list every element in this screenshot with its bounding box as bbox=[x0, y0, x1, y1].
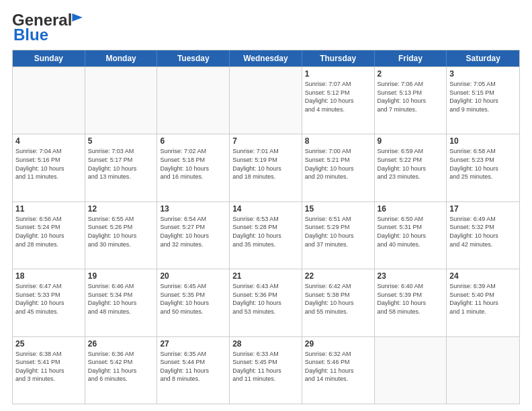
calendar-day-14: 14Sunrise: 6:53 AM Sunset: 5:28 PM Dayli… bbox=[230, 202, 302, 269]
day-info: Sunrise: 6:35 AM Sunset: 5:44 PM Dayligh… bbox=[160, 350, 226, 383]
day-number: 26 bbox=[88, 339, 154, 349]
day-info: Sunrise: 6:47 AM Sunset: 5:33 PM Dayligh… bbox=[15, 282, 82, 316]
day-info: Sunrise: 6:40 AM Sunset: 5:39 PM Dayligh… bbox=[378, 282, 444, 316]
day-info: Sunrise: 6:54 AM Sunset: 5:27 PM Dayligh… bbox=[160, 215, 226, 248]
day-number: 7 bbox=[232, 136, 299, 146]
calendar-day-13: 13Sunrise: 6:54 AM Sunset: 5:27 PM Dayli… bbox=[157, 202, 230, 269]
logo-arrow-icon bbox=[72, 13, 84, 21]
calendar-empty-cell bbox=[375, 337, 447, 404]
day-number: 13 bbox=[160, 204, 226, 214]
calendar-day-25: 25Sunrise: 6:38 AM Sunset: 5:41 PM Dayli… bbox=[13, 337, 85, 404]
day-info: Sunrise: 6:49 AM Sunset: 5:32 PM Dayligh… bbox=[449, 215, 517, 248]
day-number: 11 bbox=[15, 204, 82, 214]
calendar-day-23: 23Sunrise: 6:40 AM Sunset: 5:39 PM Dayli… bbox=[375, 269, 447, 336]
calendar: SundayMondayTuesdayWednesdayThursdayFrid… bbox=[12, 50, 520, 404]
day-info: Sunrise: 6:59 AM Sunset: 5:22 PM Dayligh… bbox=[378, 147, 444, 181]
day-number: 20 bbox=[160, 271, 226, 281]
day-number: 3 bbox=[449, 69, 517, 79]
calendar-week-1: 1Sunrise: 7:07 AM Sunset: 5:12 PM Daylig… bbox=[13, 66, 519, 134]
day-info: Sunrise: 6:42 AM Sunset: 5:38 PM Dayligh… bbox=[305, 282, 371, 316]
day-info: Sunrise: 7:03 AM Sunset: 5:17 PM Dayligh… bbox=[88, 147, 154, 181]
day-number: 24 bbox=[449, 271, 517, 281]
calendar-day-10: 10Sunrise: 6:58 AM Sunset: 5:23 PM Dayli… bbox=[447, 134, 519, 201]
calendar-day-15: 15Sunrise: 6:51 AM Sunset: 5:29 PM Dayli… bbox=[302, 202, 375, 269]
calendar-day-27: 27Sunrise: 6:35 AM Sunset: 5:44 PM Dayli… bbox=[157, 337, 230, 404]
day-info: Sunrise: 6:56 AM Sunset: 5:24 PM Dayligh… bbox=[15, 215, 82, 248]
logo-blue: Blue bbox=[13, 26, 48, 44]
calendar-day-7: 7Sunrise: 7:01 AM Sunset: 5:19 PM Daylig… bbox=[230, 134, 302, 201]
day-info: Sunrise: 7:04 AM Sunset: 5:16 PM Dayligh… bbox=[15, 147, 82, 181]
day-number: 18 bbox=[15, 271, 82, 281]
day-info: Sunrise: 6:53 AM Sunset: 5:28 PM Dayligh… bbox=[232, 215, 299, 248]
calendar-day-20: 20Sunrise: 6:45 AM Sunset: 5:35 PM Dayli… bbox=[157, 269, 230, 336]
calendar-day-11: 11Sunrise: 6:56 AM Sunset: 5:24 PM Dayli… bbox=[13, 202, 85, 269]
calendar-day-22: 22Sunrise: 6:42 AM Sunset: 5:38 PM Dayli… bbox=[302, 269, 375, 336]
calendar-week-2: 4Sunrise: 7:04 AM Sunset: 5:16 PM Daylig… bbox=[13, 134, 519, 201]
day-of-week-thursday: Thursday bbox=[302, 50, 375, 66]
day-number: 21 bbox=[232, 271, 299, 281]
day-number: 23 bbox=[378, 271, 444, 281]
calendar-week-3: 11Sunrise: 6:56 AM Sunset: 5:24 PM Dayli… bbox=[13, 201, 519, 269]
day-of-week-monday: Monday bbox=[85, 50, 158, 66]
day-info: Sunrise: 6:43 AM Sunset: 5:36 PM Dayligh… bbox=[232, 282, 299, 316]
day-number: 2 bbox=[378, 69, 444, 79]
calendar-empty-cell bbox=[230, 67, 302, 134]
day-of-week-friday: Friday bbox=[375, 50, 447, 66]
day-info: Sunrise: 7:01 AM Sunset: 5:19 PM Dayligh… bbox=[232, 147, 299, 181]
day-number: 28 bbox=[232, 339, 299, 349]
day-number: 17 bbox=[449, 204, 517, 214]
calendar-day-26: 26Sunrise: 6:36 AM Sunset: 5:42 PM Dayli… bbox=[85, 337, 158, 404]
day-number: 25 bbox=[15, 339, 82, 349]
header: General Blue bbox=[12, 11, 520, 44]
day-info: Sunrise: 6:50 AM Sunset: 5:31 PM Dayligh… bbox=[378, 215, 444, 248]
day-info: Sunrise: 7:05 AM Sunset: 5:15 PM Dayligh… bbox=[449, 80, 517, 113]
day-number: 4 bbox=[15, 136, 82, 146]
calendar-day-3: 3Sunrise: 7:05 AM Sunset: 5:15 PM Daylig… bbox=[447, 67, 519, 134]
day-of-week-tuesday: Tuesday bbox=[157, 50, 230, 66]
calendar-empty-cell bbox=[157, 67, 230, 134]
logo: General Blue bbox=[12, 11, 84, 44]
calendar-empty-cell bbox=[85, 67, 158, 134]
day-info: Sunrise: 6:55 AM Sunset: 5:26 PM Dayligh… bbox=[88, 215, 154, 248]
page: General Blue SundayMondayTuesdayWednesda… bbox=[0, 0, 532, 411]
calendar-week-4: 18Sunrise: 6:47 AM Sunset: 5:33 PM Dayli… bbox=[13, 269, 519, 336]
day-number: 10 bbox=[449, 136, 517, 146]
calendar-day-21: 21Sunrise: 6:43 AM Sunset: 5:36 PM Dayli… bbox=[230, 269, 302, 336]
calendar-empty-cell bbox=[447, 337, 519, 404]
day-number: 14 bbox=[232, 204, 299, 214]
calendar-day-29: 29Sunrise: 6:32 AM Sunset: 5:46 PM Dayli… bbox=[302, 337, 375, 404]
day-number: 27 bbox=[160, 339, 226, 349]
calendar-day-4: 4Sunrise: 7:04 AM Sunset: 5:16 PM Daylig… bbox=[13, 134, 85, 201]
day-number: 5 bbox=[88, 136, 154, 146]
calendar-day-6: 6Sunrise: 7:02 AM Sunset: 5:18 PM Daylig… bbox=[157, 134, 230, 201]
calendar-day-1: 1Sunrise: 7:07 AM Sunset: 5:12 PM Daylig… bbox=[302, 67, 375, 134]
day-number: 6 bbox=[160, 136, 226, 146]
day-number: 19 bbox=[88, 271, 154, 281]
day-info: Sunrise: 6:46 AM Sunset: 5:34 PM Dayligh… bbox=[88, 282, 154, 316]
calendar-day-9: 9Sunrise: 6:59 AM Sunset: 5:22 PM Daylig… bbox=[375, 134, 447, 201]
day-of-week-saturday: Saturday bbox=[447, 50, 519, 66]
calendar-header: SundayMondayTuesdayWednesdayThursdayFrid… bbox=[13, 50, 519, 66]
day-number: 15 bbox=[305, 204, 371, 214]
day-info: Sunrise: 6:36 AM Sunset: 5:42 PM Dayligh… bbox=[88, 350, 154, 383]
calendar-day-24: 24Sunrise: 6:39 AM Sunset: 5:40 PM Dayli… bbox=[447, 269, 519, 336]
day-info: Sunrise: 7:06 AM Sunset: 5:13 PM Dayligh… bbox=[378, 80, 444, 113]
calendar-day-5: 5Sunrise: 7:03 AM Sunset: 5:17 PM Daylig… bbox=[85, 134, 158, 201]
calendar-day-18: 18Sunrise: 6:47 AM Sunset: 5:33 PM Dayli… bbox=[13, 269, 85, 336]
calendar-day-12: 12Sunrise: 6:55 AM Sunset: 5:26 PM Dayli… bbox=[85, 202, 158, 269]
calendar-empty-cell bbox=[13, 67, 85, 134]
day-info: Sunrise: 7:00 AM Sunset: 5:21 PM Dayligh… bbox=[305, 147, 371, 181]
day-number: 1 bbox=[305, 69, 371, 79]
calendar-day-8: 8Sunrise: 7:00 AM Sunset: 5:21 PM Daylig… bbox=[302, 134, 375, 201]
day-info: Sunrise: 7:07 AM Sunset: 5:12 PM Dayligh… bbox=[305, 80, 371, 113]
day-number: 16 bbox=[378, 204, 444, 214]
calendar-day-17: 17Sunrise: 6:49 AM Sunset: 5:32 PM Dayli… bbox=[447, 202, 519, 269]
day-info: Sunrise: 6:51 AM Sunset: 5:29 PM Dayligh… bbox=[305, 215, 371, 248]
day-number: 12 bbox=[88, 204, 154, 214]
day-of-week-wednesday: Wednesday bbox=[230, 50, 302, 66]
calendar-day-16: 16Sunrise: 6:50 AM Sunset: 5:31 PM Dayli… bbox=[375, 202, 447, 269]
day-info: Sunrise: 6:39 AM Sunset: 5:40 PM Dayligh… bbox=[449, 282, 517, 316]
day-info: Sunrise: 6:38 AM Sunset: 5:41 PM Dayligh… bbox=[15, 350, 82, 383]
day-info: Sunrise: 6:32 AM Sunset: 5:46 PM Dayligh… bbox=[305, 350, 371, 383]
day-number: 29 bbox=[305, 339, 371, 349]
